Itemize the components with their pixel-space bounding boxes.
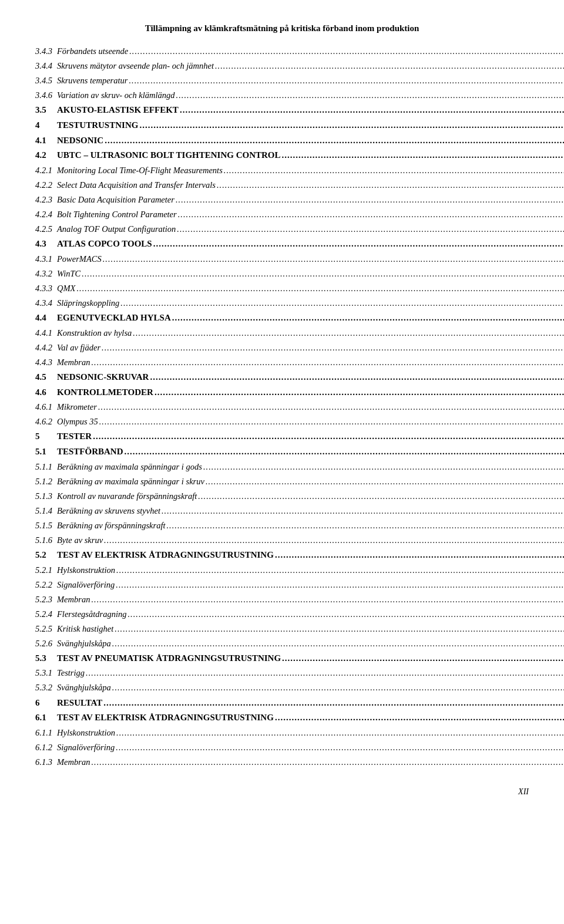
toc-row: 4.3.4Släpringskoppling .................… xyxy=(35,296,564,311)
toc-title-text: TESTUTRUSTNING xyxy=(57,119,138,132)
toc-number: 3.4.6 xyxy=(35,88,57,103)
toc-dots: ........................................… xyxy=(275,549,564,562)
toc-dots: ........................................… xyxy=(103,697,564,710)
toc-title-text: TESTFÖRBAND xyxy=(57,446,123,458)
toc-dots: ........................................… xyxy=(150,371,564,384)
toc-dots: ........................................… xyxy=(91,356,564,369)
toc-title-text: Flerstegsåtdragning xyxy=(57,608,126,621)
toc-table: 3.4.3Förbandets utseende ...............… xyxy=(35,44,564,770)
toc-number: 5.3.1 xyxy=(35,666,57,680)
toc-title: Signalöverföring .......................… xyxy=(57,740,564,755)
toc-number: 6.1.2 xyxy=(35,740,57,755)
toc-row: 3.4.5Skruvens temperatur ...............… xyxy=(35,73,564,88)
toc-row: 6.1.2Signalöverföring ..................… xyxy=(35,740,564,755)
toc-title: KONTROLLMETODER ........................… xyxy=(57,385,564,400)
toc-number: 5.1.6 xyxy=(35,533,57,548)
toc-title: Konstruktion av hylsa ..................… xyxy=(57,326,564,340)
toc-title-text: Hylskonstruktion xyxy=(57,564,115,576)
toc-title-text: Signalöverföring xyxy=(57,741,115,754)
toc-number: 5.1.4 xyxy=(35,504,57,518)
toc-dots: ........................................… xyxy=(166,520,564,532)
toc-number: 6.1 xyxy=(35,710,57,726)
toc-title-text: Membran xyxy=(57,356,90,369)
toc-number: 3.4.5 xyxy=(35,73,57,88)
toc-title-text: TEST AV ELEKTRISK ÅTDRAGNINGSUTRUSTNING xyxy=(57,711,274,724)
toc-title: Hylskonstruktion .......................… xyxy=(57,563,564,578)
toc-row: 6.1.3Membran ...........................… xyxy=(35,755,564,770)
toc-title: RESULTAT ...............................… xyxy=(57,696,564,711)
toc-title-text: Bolt Tightening Control Parameter xyxy=(57,208,177,221)
toc-number: 5.2.2 xyxy=(35,578,57,592)
toc-dots: ........................................… xyxy=(282,652,564,665)
toc-dots: ........................................… xyxy=(125,446,564,458)
toc-row: 5.2.4Flerstegsåtdragning ...............… xyxy=(35,607,564,622)
toc-row: 5.1.4Beräkning av skruvens styvhet .....… xyxy=(35,504,564,518)
toc-number: 4.6.1 xyxy=(35,400,57,414)
toc-dots: ........................................… xyxy=(112,638,564,650)
toc-row: 4.3.3QMX ...............................… xyxy=(35,281,564,296)
toc-number: 4.3.2 xyxy=(35,267,57,281)
toc-number: 5.1.2 xyxy=(35,474,57,489)
toc-title: Skruvens temperatur ....................… xyxy=(57,73,564,88)
toc-dots: ........................................… xyxy=(215,60,564,72)
toc-title-text: NEDSONIC-SKRUVAR xyxy=(57,371,149,384)
toc-dots: ........................................… xyxy=(176,89,564,102)
toc-row: 4.3ATLAS COPCO TOOLS ...................… xyxy=(35,237,564,252)
toc-row: 4.4.1Konstruktion av hylsa .............… xyxy=(35,326,564,340)
toc-dots: ........................................… xyxy=(176,194,564,206)
toc-row: 5.1.1Beräkning av maximala spänningar i … xyxy=(35,460,564,474)
toc-dots: ........................................… xyxy=(180,104,564,117)
toc-row: 5.1.3Kontroll av nuvarande förspänningsk… xyxy=(35,489,564,504)
toc-dots: ........................................… xyxy=(103,253,564,265)
toc-title: EGENUTVECKLAD HYLSA ....................… xyxy=(57,311,564,326)
toc-dots: ........................................… xyxy=(82,268,564,280)
toc-number: 5.2.1 xyxy=(35,563,57,578)
toc-title: NEDSONIC-SKRUVAR .......................… xyxy=(57,370,564,385)
toc-row: 5.2.3Membran ...........................… xyxy=(35,592,564,607)
toc-row: 3.4.6Variation av skruv- och klämlängd .… xyxy=(35,88,564,103)
toc-dots: ........................................… xyxy=(91,756,564,768)
toc-title-text: Kritisk hastighet xyxy=(57,623,113,635)
toc-dots: ........................................… xyxy=(127,608,564,621)
toc-title: Mikrometer .............................… xyxy=(57,400,564,414)
toc-dots: ........................................… xyxy=(102,342,564,354)
toc-row: 5.2TEST AV ELEKTRISK ÅTDRAGNINGSUTRUSTNI… xyxy=(35,548,564,563)
toc-title-text: Svänghjulskåpa xyxy=(57,682,111,694)
toc-number: 6.1.3 xyxy=(35,755,57,770)
toc-number: 5 xyxy=(35,429,57,444)
toc-number: 5.1.3 xyxy=(35,489,57,504)
toc-title: ATLAS COPCO TOOLS ......................… xyxy=(57,237,564,252)
toc-dots: ........................................… xyxy=(172,312,564,325)
toc-dots: ........................................… xyxy=(99,416,564,428)
toc-number: 4.3.4 xyxy=(35,296,57,311)
toc-row: 5.2.1Hylskonstruktion ..................… xyxy=(35,563,564,578)
toc-dots: ........................................… xyxy=(139,119,564,132)
toc-number: 4.3.1 xyxy=(35,252,57,267)
toc-title-text: KONTROLLMETODER xyxy=(57,386,153,399)
toc-title: Signalöverföring .......................… xyxy=(57,578,564,592)
toc-row: 4.4.2Val av fjäder .....................… xyxy=(35,340,564,355)
toc-title: TEST AV ELEKTRISK ÅTDRAGNINGSUTRUSTNING … xyxy=(57,710,564,726)
toc-title-text: Kontroll av nuvarande förspänningskraft xyxy=(57,490,197,503)
toc-number: 4.2 xyxy=(35,148,57,163)
toc-title-text: Monitoring Local Time-Of-Flight Measurem… xyxy=(57,164,223,177)
toc-dots: ........................................… xyxy=(155,386,564,399)
toc-number: 4.2.5 xyxy=(35,222,57,237)
toc-title-text: Basic Data Acquisition Parameter xyxy=(57,194,174,206)
toc-row: 6.1.1Hylskonstruktion ..................… xyxy=(35,726,564,740)
toc-row: 4.6KONTROLLMETODER .....................… xyxy=(35,385,564,400)
toc-number: 4.5 xyxy=(35,370,57,385)
toc-row: 5.1.5Beräkning av förspänningskraft ....… xyxy=(35,518,564,533)
toc-title: Select Data Acquisition and Transfer Int… xyxy=(57,178,564,193)
toc-title-text: Signalöverföring xyxy=(57,579,115,591)
toc-title: Svänghjulskåpa .........................… xyxy=(57,680,564,695)
toc-dots: ........................................… xyxy=(217,179,564,191)
toc-number: 5.3.2 xyxy=(35,680,57,695)
toc-dots: ........................................… xyxy=(76,282,564,295)
toc-row: 4.6.2Olympus 35 ........................… xyxy=(35,414,564,429)
toc-row: 4.3.1PowerMACS .........................… xyxy=(35,252,564,267)
toc-dots: ........................................… xyxy=(162,505,564,517)
toc-row: 5.1TESTFÖRBAND .........................… xyxy=(35,444,564,460)
toc-title-text: TEST AV ELEKTRISK ÅTDRAGNINGSUTRUSTNING xyxy=(57,549,274,562)
toc-title-text: Val av fjäder xyxy=(57,342,100,354)
